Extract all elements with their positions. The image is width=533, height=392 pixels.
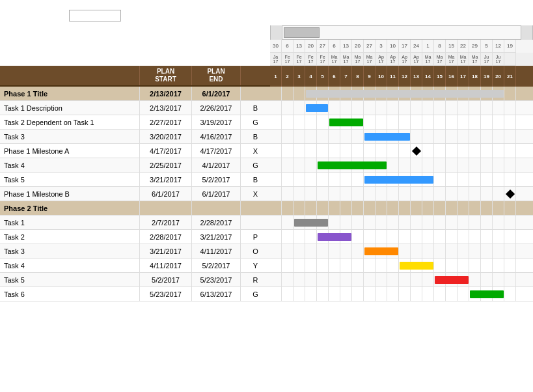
gantt-cell bbox=[305, 230, 317, 244]
gantt-cell bbox=[504, 259, 516, 272]
gantt-cell bbox=[481, 144, 493, 158]
gantt-cell bbox=[458, 115, 469, 129]
task-end: 2/26/2017 bbox=[192, 101, 241, 115]
gantt-cell bbox=[376, 187, 387, 201]
gantt-cell bbox=[364, 187, 376, 201]
gantt-cell bbox=[493, 216, 504, 229]
gantt-cell bbox=[493, 230, 504, 244]
gantt-cell bbox=[504, 201, 516, 215]
gantt-cell bbox=[352, 216, 364, 229]
task-desc: Task 5 bbox=[0, 273, 140, 287]
gantt-cell bbox=[411, 216, 422, 229]
table-row: Phase 1 Milestone B6/1/20176/1/2017X bbox=[0, 187, 270, 201]
gantt-cell bbox=[446, 187, 458, 201]
gantt-cell bbox=[493, 259, 504, 272]
scroll-left-btn[interactable] bbox=[271, 25, 282, 40]
gantt-cell bbox=[458, 259, 469, 272]
page: PLANSTART PLANEND Phase 1 Title2/13/2017… bbox=[0, 0, 533, 392]
gantt-cell bbox=[469, 130, 481, 143]
gantt-bar bbox=[318, 233, 351, 241]
gantt-cell bbox=[294, 115, 305, 129]
table-row: Task 44/11/20175/2/2017Y bbox=[0, 259, 270, 273]
task-type: O bbox=[241, 244, 270, 258]
gantt-header-col-4: 5 bbox=[317, 66, 329, 87]
gantt-cell bbox=[387, 259, 399, 272]
gantt-bar bbox=[364, 176, 433, 184]
gantt-cell bbox=[294, 144, 305, 158]
col-header-start: PLANSTART bbox=[140, 66, 192, 85]
task-desc: Task 1 Description bbox=[0, 101, 140, 115]
gantt-header-col-13: 14 bbox=[422, 66, 434, 87]
gantt-row bbox=[270, 158, 533, 173]
gantt-cell bbox=[469, 273, 481, 287]
gantt-cell bbox=[504, 273, 516, 287]
gantt-cell bbox=[434, 187, 446, 201]
gantt-cell bbox=[446, 201, 458, 215]
gantt-cell bbox=[493, 158, 504, 172]
gantt-cell bbox=[282, 87, 294, 100]
gantt-cell bbox=[504, 244, 516, 258]
date-month-20 bbox=[504, 53, 516, 66]
gantt-cell bbox=[469, 101, 481, 115]
gantt-cell bbox=[481, 158, 493, 172]
gantt-header-col-2: 3 bbox=[294, 66, 305, 87]
gantt-cell bbox=[434, 115, 446, 129]
gantt-cell bbox=[469, 230, 481, 244]
task-end: 5/2/2017 bbox=[192, 259, 241, 272]
gantt-cell bbox=[317, 187, 329, 201]
date-month-0: Ja17 bbox=[270, 53, 282, 66]
task-type bbox=[241, 87, 270, 100]
gantt-cell bbox=[305, 130, 317, 143]
gantt-cell bbox=[411, 230, 422, 244]
table-row: Task 33/21/20174/11/2017O bbox=[0, 244, 270, 259]
date-month-14: Ma17 bbox=[434, 53, 446, 66]
gantt-cell bbox=[282, 201, 294, 215]
task-desc: Task 3 bbox=[0, 244, 140, 258]
gantt-cell bbox=[504, 130, 516, 143]
date-num-17: 29 bbox=[469, 40, 481, 53]
col-header-end: PLANEND bbox=[192, 66, 241, 85]
gantt-cell bbox=[340, 201, 352, 215]
date-month-11: Ap17 bbox=[399, 53, 411, 66]
task-desc: Task 4 bbox=[0, 259, 140, 272]
gantt-bar bbox=[318, 161, 387, 169]
gantt-cell bbox=[317, 287, 329, 301]
gantt-cell bbox=[422, 201, 434, 215]
task-desc: Task 6 bbox=[0, 287, 140, 301]
gantt-cell bbox=[364, 144, 376, 158]
gantt-row bbox=[270, 244, 533, 259]
gantt-cell bbox=[294, 230, 305, 244]
project-start-input[interactable] bbox=[69, 10, 121, 21]
gantt-cell bbox=[340, 173, 352, 186]
gantt-cell bbox=[469, 173, 481, 186]
gantt-cell bbox=[282, 230, 294, 244]
gantt-cell bbox=[434, 201, 446, 215]
gantt-cell bbox=[387, 158, 399, 172]
gantt-cell bbox=[376, 144, 387, 158]
gantt-cell bbox=[446, 230, 458, 244]
gantt-cell bbox=[493, 101, 504, 115]
gantt-cell bbox=[446, 173, 458, 186]
gantt-cell bbox=[399, 115, 411, 129]
gantt-cell bbox=[493, 187, 504, 201]
gantt-cell bbox=[270, 201, 282, 215]
date-month-3: Fe17 bbox=[305, 53, 317, 66]
gantt-cell bbox=[305, 187, 317, 201]
scroll-thumb[interactable] bbox=[284, 27, 320, 38]
task-type bbox=[241, 201, 270, 215]
gantt-cell bbox=[504, 87, 516, 100]
date-month-18: Ju17 bbox=[481, 53, 493, 66]
date-month-5: Ma17 bbox=[329, 53, 340, 66]
gantt-cell bbox=[469, 187, 481, 201]
gantt-cell bbox=[294, 244, 305, 258]
gantt-cell bbox=[481, 244, 493, 258]
scroll-right-btn[interactable] bbox=[521, 25, 532, 40]
gantt-cell bbox=[481, 115, 493, 129]
gantt-cell bbox=[481, 201, 493, 215]
gantt-cell bbox=[411, 244, 422, 258]
gantt-cell bbox=[270, 158, 282, 172]
date-month-17: Ma17 bbox=[469, 53, 481, 66]
gantt-cell bbox=[434, 158, 446, 172]
gantt-cell bbox=[446, 130, 458, 143]
gantt-cell bbox=[458, 158, 469, 172]
